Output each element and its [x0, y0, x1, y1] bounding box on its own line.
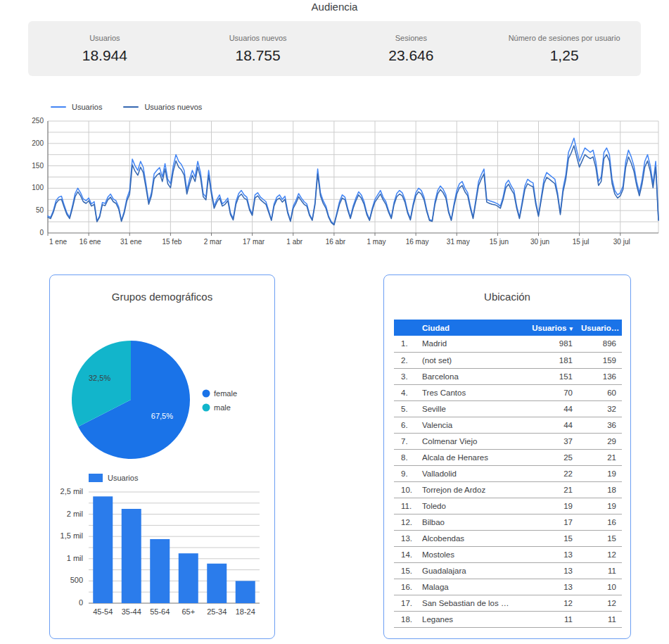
usuarios-cell: 25: [522, 449, 578, 465]
city-cell: San Sebastian de los …: [419, 595, 522, 611]
scorecard-label: Sesiones: [335, 34, 488, 42]
svg-text:17 mar: 17 mar: [243, 238, 265, 246]
legend-label: Usuarios nuevos: [144, 103, 202, 111]
usuarios-cell: 11: [522, 611, 578, 627]
column-header-ciudad[interactable]: Ciudad: [419, 320, 522, 336]
usuarios-cell: 17: [522, 514, 578, 530]
table-row: 6.Valencia4436: [394, 417, 622, 433]
usuarios-cell: 22: [522, 465, 578, 481]
location-title: Ubicación: [384, 275, 630, 303]
legend-label: Usuarios: [72, 103, 102, 111]
svg-text:15 jul: 15 jul: [573, 238, 590, 246]
svg-text:0: 0: [79, 598, 83, 607]
age-bar-legend[interactable]: Usuarios: [89, 474, 138, 482]
table-row: 3.Barcelona151136: [394, 368, 622, 384]
city-cell: (not set): [419, 352, 522, 368]
svg-text:31 may: 31 may: [447, 238, 470, 246]
city-cell: Alcala de Henares: [419, 449, 522, 465]
table-row: 16.Malaga1310: [394, 579, 622, 595]
timeseries-chart-canvas[interactable]: 1 ene16 ene31 ene15 feb2 mar17 mar1 abr1…: [28, 113, 669, 252]
line-swatch-icon: [123, 106, 139, 108]
usuarios-nuevos-cell: 159: [578, 352, 622, 368]
line-swatch-icon: [51, 106, 66, 108]
table-row: 11.Toledo1919: [394, 498, 622, 514]
usuarios-cell: 13: [522, 579, 578, 595]
scorecard-label: Usuarios nuevos: [181, 34, 335, 42]
row-index: 3.: [394, 368, 419, 384]
row-index: 12.: [394, 514, 419, 530]
city-cell: Seville: [419, 400, 522, 417]
location-table-header: CiudadUsuarios▾Usuario…: [394, 320, 622, 336]
svg-text:500: 500: [70, 576, 83, 584]
city-cell: Barcelona: [419, 368, 522, 384]
bar-swatch-icon: [89, 474, 103, 482]
usuarios-cell: 13: [522, 562, 578, 579]
city-cell: Colmenar Viejo: [419, 433, 522, 449]
city-cell: Alcobendas: [419, 530, 522, 546]
row-index: 10.: [394, 481, 419, 498]
table-row: 15.Guadalajara1311: [394, 562, 622, 579]
table-row: 17.San Sebastian de los …1212: [394, 595, 622, 611]
usuarios-cell: 21: [522, 481, 578, 498]
svg-text:1 ene: 1 ene: [49, 238, 67, 246]
svg-text:female: female: [214, 389, 237, 398]
table-row: 7.Colmenar Viejo3729: [394, 433, 622, 449]
city-cell: Bilbao: [419, 514, 522, 530]
svg-text:18-24: 18-24: [236, 607, 255, 616]
svg-text:55-64: 55-64: [150, 607, 170, 616]
row-index: 13.: [394, 530, 419, 546]
svg-text:16 abr: 16 abr: [326, 238, 346, 246]
scorecard-value: 18.944: [28, 47, 181, 64]
usuarios-cell: 12: [522, 595, 578, 611]
usuarios-nuevos-cell: 11: [578, 611, 622, 627]
usuarios-nuevos-cell: 36: [578, 417, 622, 433]
page-title: Audiencia: [0, 0, 669, 14]
city-cell: Malaga: [419, 579, 522, 595]
usuarios-nuevos-cell: 16: [578, 514, 622, 530]
location-card: Ubicación CiudadUsuarios▾Usuario… 1.Madr…: [383, 274, 631, 639]
scorecard-value: 18.755: [181, 47, 335, 64]
row-index: 9.: [394, 465, 419, 481]
scorecard-value: 1,25: [488, 47, 641, 64]
column-header-usuarios[interactable]: Usuarios▾: [522, 320, 578, 336]
row-index: 2.: [394, 352, 419, 368]
row-index: 8.: [394, 449, 419, 465]
svg-text:0: 0: [39, 229, 44, 236]
table-row: 2.(not set)181159: [394, 352, 622, 368]
usuarios-cell: 13: [522, 546, 578, 562]
scorecard-usuarios-nuevos: Usuarios nuevos 18.755: [181, 34, 335, 64]
usuarios-nuevos-cell: 11: [578, 562, 622, 579]
svg-text:1,5 mil: 1,5 mil: [60, 531, 83, 540]
row-index: 17.: [394, 595, 419, 611]
table-row: 8.Alcala de Henares2521: [394, 449, 622, 465]
svg-text:male: male: [214, 403, 231, 412]
demographics-card: Grupos demográficos 67,5%32,5%femalemale…: [49, 274, 275, 639]
timeseries-legend: Usuarios Usuarios nuevos: [51, 103, 202, 111]
age-bar-chart-canvas[interactable]: 05001 mil1,5 mil2 mil2,5 mil45-5435-4455…: [50, 485, 276, 636]
svg-text:1 mil: 1 mil: [67, 554, 83, 562]
svg-text:45-54: 45-54: [93, 607, 113, 616]
usuarios-cell: 70: [522, 384, 578, 400]
usuarios-nuevos-cell: 136: [578, 368, 622, 384]
svg-text:2,5 mil: 2,5 mil: [60, 487, 83, 495]
legend-item-usuarios[interactable]: Usuarios: [51, 103, 102, 111]
svg-text:16 may: 16 may: [406, 238, 429, 246]
svg-text:2 mil: 2 mil: [67, 510, 83, 518]
svg-text:25-34: 25-34: [207, 607, 227, 616]
row-index: 16.: [394, 579, 419, 595]
legend-item-usuarios-nuevos[interactable]: Usuarios nuevos: [123, 103, 202, 111]
svg-text:15 jun: 15 jun: [490, 238, 509, 246]
city-cell: Toledo: [419, 498, 522, 514]
gender-pie-chart-canvas[interactable]: 67,5%32,5%femalemale: [50, 316, 276, 472]
column-header-index: [394, 320, 419, 336]
usuarios-nuevos-cell: 19: [578, 498, 622, 514]
usuarios-cell: 151: [522, 368, 578, 384]
city-cell: Mostoles: [419, 546, 522, 562]
svg-text:1 abr: 1 abr: [286, 238, 302, 246]
svg-text:1 may: 1 may: [367, 238, 386, 246]
city-cell: Valencia: [419, 417, 522, 433]
table-row: 9.Valladolid2219: [394, 465, 622, 481]
row-index: 1.: [394, 336, 419, 352]
column-header-usuario2[interactable]: Usuario…: [578, 320, 622, 336]
demographics-title: Grupos demográficos: [50, 275, 274, 303]
